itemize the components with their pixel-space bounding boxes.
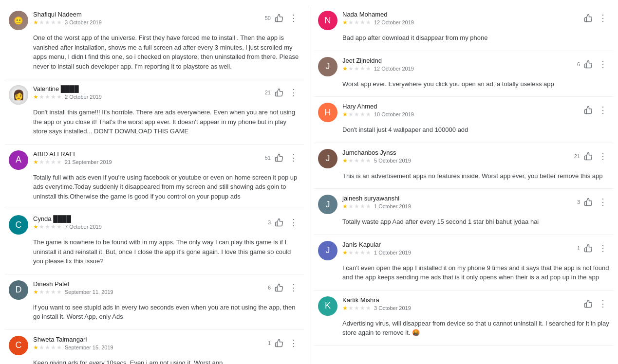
thumbs-up-button[interactable] (273, 337, 285, 349)
star-1: ★ (342, 19, 348, 26)
more-options-button[interactable]: ⋮ (597, 241, 609, 255)
thumbs-up-button[interactable] (582, 297, 595, 310)
review-text: Don't install this game!!! It's horrible… (33, 108, 300, 136)
review-header: K Kartik Mishra ★★★★★ 3 October 2019 ⋮ (318, 296, 609, 316)
star-3: ★ (354, 19, 359, 26)
review-header: N Nada Mohamed ★★★★★ 12 October 2019 ⋮ (318, 11, 609, 30)
star-5: ★ (366, 203, 371, 210)
stars-date: ★★★★★ 3 October 2019 (342, 305, 578, 311)
reviewer-name: ABID ALI RAFI (33, 150, 261, 158)
reviewer-info: Shweta Taimangari ★★★★★ September 15, 20… (33, 336, 264, 351)
like-count: 3 (268, 219, 271, 225)
review-text: This is an advertisement apps no feature… (342, 171, 609, 181)
avatar: J (318, 149, 337, 168)
stars-date: ★★★★★ September 15, 2019 (33, 344, 264, 351)
thumbs-up-button[interactable] (582, 242, 595, 255)
more-dots-icon: ⋮ (599, 151, 607, 162)
stars-date: ★★★★★ 1 October 2019 (342, 249, 573, 256)
thumbs-up-button[interactable] (273, 281, 285, 294)
avatar: J (318, 57, 337, 76)
thumbs-up-button[interactable] (582, 196, 595, 208)
like-count: 50 (265, 15, 271, 21)
more-options-button[interactable]: ⋮ (597, 103, 609, 117)
review-text: Don't install just 4 wallpaper and 10000… (342, 125, 609, 135)
star-5: ★ (56, 344, 62, 351)
star-rating: ★★★★★ (33, 289, 62, 295)
more-options-button[interactable]: ⋮ (287, 215, 300, 230)
review-actions: 21 ⋮ (574, 149, 609, 164)
thumbs-up-button[interactable] (273, 12, 285, 24)
reviewer-name: Shweta Taimangari (33, 336, 264, 343)
star-1: ★ (342, 305, 348, 311)
reviewer-info: Jeet Zijneldnd ★★★★★ 12 October 2019 (342, 57, 573, 72)
star-rating: ★★★★★ (33, 223, 62, 230)
star-4: ★ (360, 157, 365, 164)
more-dots-icon: ⋮ (289, 217, 298, 228)
thumbs-up-button[interactable] (273, 151, 285, 164)
star-4: ★ (360, 203, 365, 210)
review-text: Keep giving ads for every 10secs. Even i… (33, 358, 300, 364)
review-card: 😐 Shafiqui Nadeem ★★★★★ 3 October 2019 5… (5, 5, 304, 79)
star-2: ★ (348, 249, 354, 256)
star-3: ★ (45, 223, 50, 230)
review-card: J Jumchanbos Jynss ★★★★★ 5 October 2019 … (314, 143, 613, 189)
like-count: 21 (265, 90, 271, 95)
thumbs-up-button[interactable] (273, 216, 285, 229)
star-5: ★ (56, 159, 62, 165)
star-rating: ★★★★★ (342, 305, 371, 311)
thumbs-up-button[interactable] (582, 58, 595, 71)
like-count: 21 (574, 153, 580, 159)
reviewer-info: Dinesh Patel ★★★★★ September 11, 2019 (33, 280, 264, 295)
star-5: ★ (56, 289, 62, 295)
thumbs-up-button[interactable] (582, 104, 595, 116)
reviewer-name: Janis Kapular (342, 241, 573, 248)
star-3: ★ (45, 93, 50, 100)
star-5: ★ (56, 93, 62, 100)
more-options-button[interactable]: ⋮ (597, 296, 609, 311)
more-dots-icon: ⋮ (289, 338, 298, 348)
star-1: ★ (33, 19, 38, 26)
thumbs-up-button[interactable] (273, 86, 285, 99)
more-options-button[interactable]: ⋮ (597, 57, 609, 72)
star-3: ★ (354, 305, 359, 311)
avatar: D (9, 280, 28, 300)
more-dots-icon: ⋮ (599, 298, 607, 309)
review-text: I can't even open the app I installed it… (342, 263, 609, 282)
more-options-button[interactable]: ⋮ (287, 11, 300, 25)
more-options-button[interactable]: ⋮ (287, 85, 300, 100)
thumbs-up-button[interactable] (582, 12, 595, 24)
review-text: Totally full with ads even if you're usi… (33, 173, 300, 201)
more-options-button[interactable]: ⋮ (597, 11, 609, 25)
review-date: 3 October 2019 (65, 19, 102, 25)
star-1: ★ (342, 65, 348, 72)
review-date: 12 October 2019 (374, 66, 414, 72)
star-4: ★ (360, 305, 365, 311)
more-options-button[interactable]: ⋮ (597, 195, 609, 209)
review-text: Worst app ever. Everywhere you click you… (342, 79, 609, 89)
avatar: J (318, 195, 337, 214)
more-dots-icon: ⋮ (289, 152, 298, 163)
more-dots-icon: ⋮ (289, 13, 298, 23)
more-dots-icon: ⋮ (289, 87, 298, 98)
review-text: Totally waste app Aad after every 15 sec… (342, 217, 609, 227)
review-header: J Janis Kapular ★★★★★ 1 October 2019 1 ⋮ (318, 241, 609, 260)
review-card: C Shweta Taimangari ★★★★★ September 15, … (5, 330, 304, 364)
avatar: A (9, 150, 28, 170)
more-options-button[interactable]: ⋮ (287, 280, 300, 295)
more-dots-icon: ⋮ (599, 59, 607, 70)
more-dots-icon: ⋮ (289, 282, 298, 293)
star-1: ★ (33, 289, 38, 295)
more-options-button[interactable]: ⋮ (287, 336, 300, 350)
thumbs-up-button[interactable] (582, 150, 595, 163)
star-1: ★ (33, 93, 38, 100)
stars-date: ★★★★★ 10 October 2019 (342, 111, 578, 118)
star-2: ★ (39, 223, 44, 230)
star-5: ★ (56, 19, 62, 26)
reviewer-name: Jeet Zijneldnd (342, 57, 573, 64)
more-options-button[interactable]: ⋮ (287, 150, 300, 165)
more-options-button[interactable]: ⋮ (597, 149, 609, 164)
review-card: J jainesh suryawanshi ★★★★★ 1 October 20… (314, 189, 613, 235)
reviewer-info: Jumchanbos Jynss ★★★★★ 5 October 2019 (342, 149, 570, 164)
review-date: 3 October 2019 (374, 305, 411, 311)
star-3: ★ (354, 249, 359, 256)
